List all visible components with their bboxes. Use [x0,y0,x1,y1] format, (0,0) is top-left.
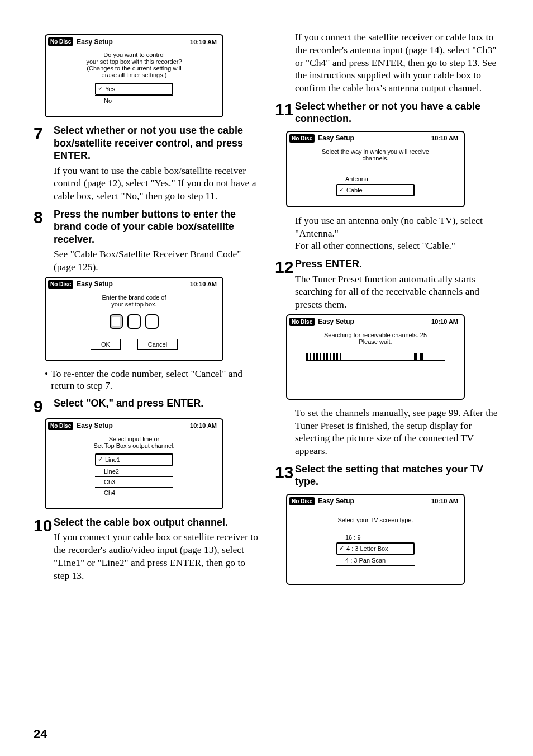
dialog-text: Set Top Box's output channel. [50,442,218,449]
step-11: 11 Select whether or not you have a cabl… [275,100,499,127]
dialog-text: Please wait. [292,338,459,345]
dialog-title: Easy Setup [77,422,190,429]
option-line1[interactable]: Line1 [95,453,173,466]
dialog-title: Easy Setup [77,38,190,46]
bullet-text: To re-enter the code number, select "Can… [51,368,258,391]
step-heading: Select the setting that matches your TV … [295,463,499,488]
option-4-3-letterbox[interactable]: 4 : 3 Letter Box [336,542,415,555]
progress-bar [306,353,445,361]
bullet-dot: • [45,368,51,391]
ok-button[interactable]: OK [91,339,121,350]
step-number: 9 [34,397,54,415]
dialog-searching: No Disc Easy Setup 10:10 AM Searching fo… [286,314,465,400]
step-9: 9 Select "OK," and press ENTER. [34,397,258,415]
nodisc-badge: No Disc [289,497,315,505]
step-heading: Press ENTER. [295,258,499,271]
step-number: 7 [34,124,54,202]
code-digit-2[interactable] [127,314,141,329]
dialog-brand-code: No Disc Easy Setup 10:10 AM Enter the br… [45,277,223,361]
step-12-body2: To set the channels manually, see page 9… [295,407,499,457]
dialog-text: Select input line or [50,436,218,442]
cancel-button[interactable]: Cancel [137,339,178,350]
nodisc-badge: No Disc [289,134,315,143]
nodisc-badge: No Disc [48,280,73,289]
dialog-title: Easy Setup [318,497,431,505]
dialog-input-line: No Disc Easy Setup 10:10 AM Select input… [45,418,223,509]
step-8: 8 Press the number buttons to enter the … [34,208,258,273]
step-number: 13 [275,463,295,490]
dialog-antenna-cable: No Disc Easy Setup 10:10 AM Select the w… [286,131,465,207]
step-heading: Select "OK," and press ENTER. [54,397,258,410]
step-13: 13 Select the setting that matches your … [275,463,499,490]
option-no[interactable]: No [95,95,173,106]
dialog-text: your set top box with this recorder? [50,58,218,65]
dialog-title: Easy Setup [318,134,431,142]
dialog-title: Easy Setup [318,318,431,325]
step-body: If you want to use the cable box/satelli… [54,164,258,202]
nodisc-badge: No Disc [48,422,73,430]
dialog-tv-type: No Disc Easy Setup 10:10 AM Select your … [286,494,465,585]
dialog-time: 10:10 AM [431,498,458,504]
step-number: 12 [275,258,295,311]
option-line2[interactable]: Line2 [95,466,173,476]
code-digit-3[interactable] [145,314,159,329]
progress-segment [420,353,423,360]
progress-fill [306,353,342,360]
dialog-text: erase all timer settings.) [50,72,218,78]
option-ch4[interactable]: Ch4 [95,487,173,498]
step-12: 12 Press ENTER. The Tuner Preset functio… [275,258,499,311]
option-4-3-panscan[interactable]: 4 : 3 Pan Scan [336,555,415,566]
step-heading: Press the number buttons to enter the br… [54,208,258,246]
dialog-text: Select the way in which you will receive [292,148,459,155]
step-body: The Tuner Preset function automatically … [295,273,499,311]
bullet-reenter-code: • To re-enter the code number, select "C… [45,368,258,391]
dialog-time: 10:10 AM [190,422,217,429]
step-number: 11 [275,100,295,127]
option-antenna[interactable]: Antenna [336,174,415,184]
code-digit-1[interactable] [110,314,123,329]
dialog-text: channels. [292,155,459,162]
dialog-text: your set top box. [50,301,218,308]
step-number: 10 [34,516,54,582]
step-number: 8 [34,208,54,273]
step-body: See "Cable Box/Satellite Receiver Brand … [54,248,258,273]
step-11-body: If you use an antenna only (no cable TV)… [295,214,499,252]
dialog-time: 10:10 AM [431,135,458,141]
step-heading: Select whether or not you use the cable … [54,124,258,162]
dialog-text: Select your TV screen type. [292,517,459,523]
nodisc-badge: No Disc [48,37,73,46]
step-body: If you connect your cable box or satelli… [54,531,258,582]
option-16-9[interactable]: 16 : 9 [336,532,415,542]
dialog-title: Easy Setup [77,280,190,288]
step-10: 10 Select the cable box output channel. … [34,516,258,582]
dialog-text: (Changes to the current setting will [50,65,218,72]
dialog-control-settop: No Disc Easy Setup 10:10 AM Do you want … [45,34,223,117]
dialog-text: Searching for receivable channels. 25 [292,332,459,338]
step-heading: Select whether or not you have a cable c… [295,100,499,125]
option-yes[interactable]: Yes [95,83,173,95]
dialog-time: 10:10 AM [190,281,217,287]
step-10-continued: If you connect the satellite receiver or… [295,31,499,94]
step-heading: Select the cable box output channel. [54,516,258,529]
page-number: 24 [34,727,47,741]
dialog-time: 10:10 AM [190,39,217,45]
option-ch3[interactable]: Ch3 [95,476,173,487]
progress-segment [414,353,417,360]
step-7: 7 Select whether or not you use the cabl… [34,124,258,202]
dialog-text: Enter the brand code of [50,294,218,301]
option-cable[interactable]: Cable [336,184,415,196]
dialog-time: 10:10 AM [431,318,458,325]
nodisc-badge: No Disc [289,318,315,326]
dialog-text: Do you want to control [50,51,218,58]
